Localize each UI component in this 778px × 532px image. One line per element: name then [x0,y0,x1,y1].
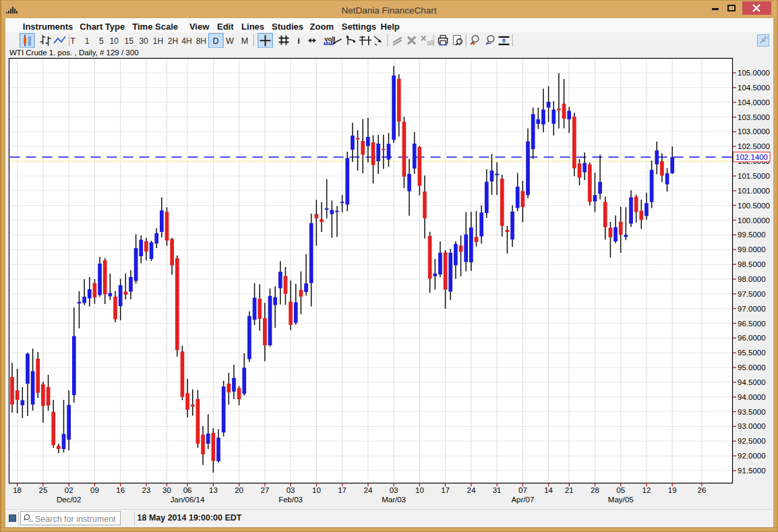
svg-text:1H: 1H [153,36,163,46]
svg-text:i: i [297,36,300,46]
svg-text:M: M [241,36,248,46]
svg-text:2H: 2H [168,36,178,46]
svg-text:30: 30 [139,36,148,46]
svg-text:all: all [427,39,433,47]
svg-text:10: 10 [110,36,119,46]
svg-text:D: D [212,36,218,46]
svg-text:15: 15 [125,36,134,46]
svg-text:5: 5 [99,36,104,46]
svg-text:4H: 4H [181,36,191,46]
svg-text:8H: 8H [196,36,206,46]
svg-text:W: W [226,36,234,46]
svg-text:T: T [70,36,76,46]
svg-text:1: 1 [85,36,90,46]
